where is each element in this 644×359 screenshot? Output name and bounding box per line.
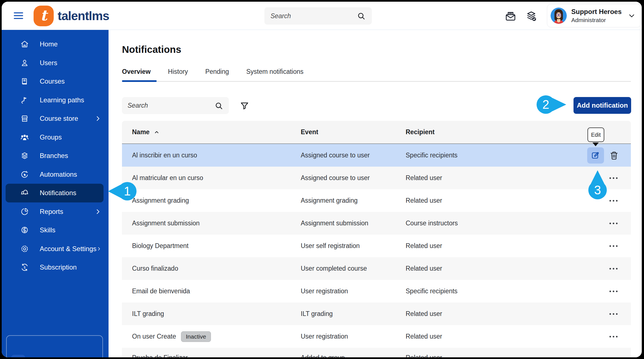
tab-pending[interactable]: Pending bbox=[205, 68, 229, 80]
table-row[interactable]: ILT grading ILT grading Related user bbox=[122, 303, 631, 325]
sidebar-item-reports[interactable]: Reports bbox=[2, 202, 109, 221]
column-header-name[interactable]: Name bbox=[122, 128, 301, 136]
sidebar-item-automations[interactable]: Automations bbox=[2, 165, 109, 184]
people-icon bbox=[20, 133, 29, 142]
row-recipient: Related user bbox=[406, 242, 572, 250]
storefront-icon bbox=[20, 114, 29, 123]
sidebar-item-account-settings[interactable]: Account & Settings bbox=[2, 240, 109, 258]
sidebar-item-label: Automations bbox=[40, 171, 101, 178]
callout-number: 2 bbox=[542, 98, 549, 112]
row-name: Al inscribir en un curso bbox=[122, 152, 301, 159]
sidebar-item-users[interactable]: Users bbox=[2, 54, 109, 72]
row-menu-button[interactable] bbox=[608, 286, 619, 297]
home-icon bbox=[20, 40, 29, 49]
page-title: Notifications bbox=[122, 44, 181, 55]
sidebar-item-label: Learning paths bbox=[40, 96, 101, 104]
sidebar-item-label: Users bbox=[40, 59, 101, 67]
row-recipient: Related user bbox=[406, 265, 572, 272]
sidebar-item-home[interactable]: Home bbox=[2, 35, 109, 54]
add-notification-button[interactable]: Add notification bbox=[574, 97, 631, 114]
row-event: Added to group bbox=[301, 348, 406, 357]
table-row[interactable]: Al matricular en un curso Assigned cours… bbox=[122, 167, 631, 189]
brand-name[interactable]: talentlms bbox=[58, 9, 109, 23]
sidebar-item-branches[interactable]: Branches bbox=[2, 147, 109, 165]
app-window: t talentlms bbox=[2, 2, 642, 357]
main-content: Notifications Overview History Pending S… bbox=[109, 30, 642, 357]
trash-icon bbox=[609, 150, 619, 160]
table-row[interactable]: Assignment grading Assignment grading Re… bbox=[122, 189, 631, 212]
gear-icon bbox=[20, 244, 29, 253]
notifications-table: Name Event Recipient Al inscribir en un … bbox=[122, 121, 631, 357]
column-header-event[interactable]: Event bbox=[301, 128, 406, 136]
logo-letter: t bbox=[40, 8, 47, 23]
inbox-message-icon[interactable] bbox=[504, 10, 517, 22]
table-row[interactable]: Curso finalizado User completed course R… bbox=[122, 257, 631, 280]
column-header-recipient[interactable]: Recipient bbox=[406, 128, 572, 136]
sidebar-item-skills[interactable]: Skills bbox=[2, 221, 109, 240]
tab-overview[interactable]: Overview bbox=[122, 68, 151, 80]
search-icon[interactable] bbox=[357, 11, 366, 20]
ellipsis-icon bbox=[608, 308, 619, 320]
tab-system-notifications[interactable]: System notifications bbox=[246, 68, 304, 80]
row-recipient: Related user bbox=[406, 348, 572, 357]
tab-history[interactable]: History bbox=[168, 68, 188, 80]
layers-icon bbox=[20, 151, 29, 160]
table-search-input[interactable] bbox=[128, 102, 214, 109]
table-row[interactable]: Prueba de Finalizar Added to group Relat… bbox=[122, 348, 631, 357]
table-row[interactable]: On user Create Inactive User registratio… bbox=[122, 325, 631, 348]
table-row[interactable]: Al inscribir en un curso Assigned course… bbox=[122, 144, 631, 167]
talentlms-logo-icon[interactable]: t bbox=[34, 6, 54, 26]
row-menu-button[interactable] bbox=[608, 308, 619, 320]
row-menu-button[interactable] bbox=[608, 195, 619, 206]
row-event: Assignment submission bbox=[301, 219, 406, 227]
help-tile bbox=[11, 355, 25, 357]
delete-button[interactable] bbox=[609, 150, 619, 160]
row-name: Curso finalizado bbox=[122, 265, 301, 272]
sidebar-item-subscription[interactable]: $ Subscription bbox=[2, 258, 109, 277]
row-menu-button[interactable] bbox=[608, 173, 619, 184]
row-event: User registration bbox=[301, 287, 406, 295]
callout-tail-up bbox=[591, 170, 604, 184]
row-recipient: Related user bbox=[406, 174, 572, 182]
sidebar-item-label: Home bbox=[40, 40, 101, 48]
global-search bbox=[264, 7, 372, 25]
help-center-button[interactable]: Help Center bbox=[6, 335, 103, 357]
row-menu-button[interactable] bbox=[608, 240, 619, 252]
row-menu-button[interactable] bbox=[608, 331, 619, 342]
filter-icon[interactable] bbox=[239, 100, 250, 112]
table-row[interactable]: Biology Department User self registratio… bbox=[122, 235, 631, 257]
sidebar-item-learning-paths[interactable]: Learning paths bbox=[2, 91, 109, 110]
callout-step-2: 2 bbox=[537, 95, 555, 114]
row-event: Assignment grading bbox=[301, 197, 406, 204]
sidebar-item-notifications[interactable]: Notifications bbox=[6, 184, 104, 202]
row-menu-button[interactable] bbox=[608, 218, 619, 229]
search-icon[interactable] bbox=[214, 101, 223, 110]
sidebar-item-courses[interactable]: Courses bbox=[2, 72, 109, 91]
table-row[interactable]: Assignment submission Assignment submiss… bbox=[122, 212, 631, 235]
sidebar-item-label: Notifications bbox=[40, 189, 100, 197]
callout-number: 3 bbox=[594, 183, 601, 197]
row-menu-button[interactable] bbox=[608, 263, 619, 274]
global-search-input[interactable] bbox=[271, 12, 357, 20]
sidebar-item-course-store[interactable]: Course store bbox=[2, 109, 109, 128]
content-stack-badge-icon[interactable] bbox=[525, 10, 537, 22]
row-recipient: Related user bbox=[406, 197, 572, 204]
row-recipient: Course instructors bbox=[406, 219, 572, 227]
table-header: Name Event Recipient bbox=[122, 121, 631, 144]
sidebar-item-label: Reports bbox=[40, 208, 95, 216]
callout-number: 1 bbox=[124, 184, 131, 198]
chevron-right-icon bbox=[95, 115, 101, 122]
row-recipient: Related user bbox=[406, 333, 572, 340]
sidebar-item-groups[interactable]: Groups bbox=[2, 128, 109, 147]
sidebar-item-label: Skills bbox=[40, 226, 101, 234]
edit-button[interactable] bbox=[587, 147, 604, 164]
row-name: Email de bienvenida bbox=[122, 287, 301, 295]
automation-icon bbox=[20, 170, 29, 179]
brain-icon bbox=[20, 226, 29, 235]
topbar: t talentlms bbox=[2, 2, 642, 30]
table-row[interactable]: Email de bienvenida User registration Sp… bbox=[122, 280, 631, 303]
user-profile-menu[interactable]: Support Heroes Administrator bbox=[547, 4, 641, 27]
sidebar: Home Users Courses Learning paths Course… bbox=[2, 30, 109, 357]
hamburger-menu-icon[interactable] bbox=[13, 11, 23, 20]
chevron-right-icon bbox=[95, 208, 101, 215]
